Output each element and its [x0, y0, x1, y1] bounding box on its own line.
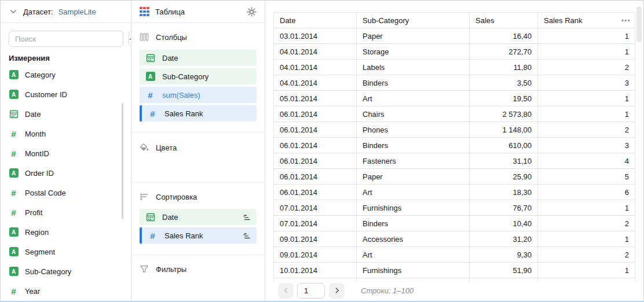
cell-sub-category: Accessories [357, 231, 470, 247]
cell-sub-category: Chairs [357, 106, 470, 122]
cell-sub-category: Binders [357, 75, 470, 91]
cell-date: 06.01.2014 [274, 106, 357, 122]
field-label: Region [25, 228, 49, 237]
cell-sales: 3,50 [470, 75, 538, 91]
dataset-field-item[interactable]: # Postal Code [9, 183, 123, 202]
table-viewport: Date Sub-Category Sales Sales Rank ••• 0… [273, 12, 636, 283]
result-table: Date Sub-Category Sales Sales Rank ••• 0… [273, 12, 635, 283]
cell-date: 03.01.2014 [274, 28, 357, 44]
page-number-input[interactable] [297, 283, 325, 299]
field-label: Date [25, 110, 41, 119]
dataset-field-item[interactable]: A Category [9, 65, 123, 84]
colors-section[interactable]: Цвета [131, 132, 265, 182]
columns-icon [140, 32, 149, 42]
cell-sales-rank: 1 [538, 106, 635, 122]
flat-table-visualization-icon[interactable] [140, 7, 149, 17]
dataset-field-item[interactable]: A Sub-Category [9, 262, 123, 281]
cell-sub-category: Phones [357, 122, 470, 138]
cell-sales-rank: 1 [538, 231, 635, 247]
cell-date: 06.01.2014 [274, 138, 357, 153]
string-field-icon: A [9, 168, 19, 178]
chart-preview-area: Date Sub-Category Sales Sales Rank ••• 0… [265, 1, 643, 301]
field-chip[interactable]: # Sales Rank [140, 227, 257, 244]
dataset-field-item[interactable]: # Profit [9, 202, 123, 222]
cell-sales: 18,30 [470, 185, 538, 200]
chart-config-panel: Таблица [131, 1, 265, 301]
dataset-field-item[interactable]: A Customer ID [9, 84, 123, 104]
dataset-field-item[interactable]: A Segment [9, 242, 123, 262]
table-row: 06.01.2014 Art 18,30 6 [274, 185, 635, 200]
sidebar-scrollbar-thumb[interactable] [122, 103, 123, 219]
field-label: Year [25, 287, 40, 296]
cell-sub-category: Binders [357, 216, 470, 231]
cell-sales: 51,90 [470, 263, 538, 278]
add-field-button[interactable]: + [129, 31, 131, 47]
column-header-date[interactable]: Date [274, 13, 357, 28]
column-header-sales[interactable]: Sales [470, 13, 538, 28]
cell-sub-category: Art [357, 247, 470, 263]
table-row: 06.01.2014 Phones 1 148,00 2 [274, 122, 635, 138]
cell-sales-rank: 1 [538, 91, 635, 106]
field-label: Sub-Category [25, 267, 71, 276]
dataset-field-item[interactable]: # MontID [9, 143, 123, 163]
dataset-field-item[interactable]: # Year [9, 281, 123, 301]
field-chip[interactable]: # sum(Sales) [140, 87, 257, 103]
dataset-field-item[interactable]: A Region [9, 222, 123, 242]
dataset-header: Датасет: SampleLite [1, 1, 131, 23]
table-row: 06.01.2014 Chairs 2 573,80 1 [274, 106, 635, 122]
datalens-chart-editor-window: Датасет: SampleLite + Измерения A Catego… [0, 0, 644, 302]
chip-label: sum(Sales) [162, 91, 252, 100]
chip-label: Date [162, 54, 252, 62]
number-field-icon: # [11, 287, 16, 296]
table-row: 05.01.2014 Art 19,50 1 [274, 91, 635, 106]
gear-icon[interactable] [246, 6, 257, 17]
sort-direction-icon[interactable] [241, 212, 252, 222]
dataset-field-item[interactable]: Date [9, 104, 123, 124]
sort-direction-icon[interactable] [241, 230, 252, 241]
dataset-name-link[interactable]: SampleLite [58, 8, 96, 16]
columns-section: Столбцы Date A Sub-Category [131, 23, 265, 132]
field-chip[interactable]: Date [140, 50, 257, 66]
filters-section[interactable]: Фильтры [131, 255, 265, 301]
column-header-sales-rank[interactable]: Sales Rank ••• [538, 13, 635, 28]
string-field-icon: A [9, 267, 19, 276]
sort-drop-zone[interactable]: Date # Sales Rank [140, 209, 257, 244]
cell-date: 06.01.2014 [274, 169, 357, 185]
columns-drop-zone[interactable]: Date A Sub-Category # sum(Sa [140, 50, 257, 121]
table-row: 04.01.2014 Labels 11,80 2 [274, 60, 635, 75]
dataset-field-item[interactable]: A Order ID [9, 163, 123, 183]
cell-sales: 76,70 [470, 200, 538, 216]
string-field-icon: A [9, 70, 19, 79]
cell-date: 06.01.2014 [274, 185, 357, 200]
prev-page-button[interactable] [278, 283, 294, 299]
cell-sales-rank: 3 [538, 75, 635, 91]
field-chip[interactable]: Date [140, 209, 257, 225]
number-field-icon: # [11, 149, 16, 158]
cell-date: 05.01.2014 [274, 91, 357, 106]
field-label: Order ID [25, 169, 54, 178]
field-chip[interactable]: # Sales Rank [140, 105, 257, 121]
number-field-icon: # [11, 189, 16, 197]
table-scrollbar-thumb[interactable] [636, 6, 642, 42]
table-menu-icon[interactable]: ••• [621, 17, 631, 24]
chip-label: Date [162, 213, 235, 222]
field-label: MontID [25, 149, 49, 158]
sort-icon [140, 192, 149, 201]
cell-date: 06.01.2014 [274, 122, 357, 138]
next-page-button[interactable] [329, 283, 345, 299]
cell-sales-rank: 1 [538, 28, 635, 44]
chevron-down-icon[interactable] [9, 7, 18, 16]
field-chip[interactable]: A Sub-Category [140, 68, 257, 84]
dataset-field-item[interactable]: # Month [9, 124, 123, 143]
cell-sub-category: Binders [357, 138, 470, 153]
chip-label: Sales Rank [164, 109, 252, 118]
cell-sales-rank: 2 [538, 247, 635, 263]
cell-sub-category: Art [357, 185, 470, 200]
calendar-icon [146, 212, 155, 222]
cell-sales-rank: 1 [538, 200, 635, 216]
search-input[interactable] [9, 31, 123, 47]
column-header-sub-category[interactable]: Sub-Category [357, 13, 470, 28]
chip-label: Sub-Category [162, 72, 252, 81]
field-label: Segment [25, 248, 55, 256]
filters-section-label: Фильтры [156, 265, 186, 274]
